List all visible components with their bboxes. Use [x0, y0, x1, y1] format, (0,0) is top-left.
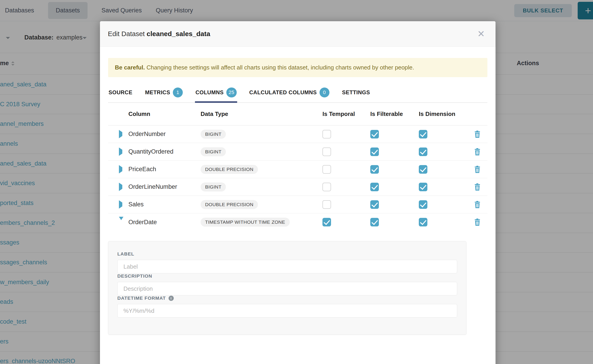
column-row: Sales DOUBLE PRECISION [108, 196, 488, 213]
field-label: DATETIME FORMAT i [117, 295, 457, 301]
screen: Databases Datasets Saved Queries Query H… [0, 0, 593, 364]
modal-title: Edit Dataset cleaned_sales_data [108, 30, 210, 38]
column-header: Is Temporal [323, 110, 370, 117]
column-name: Sales [128, 201, 201, 208]
column-header: Data Type [201, 110, 323, 117]
data-type-pill: BIGINT [201, 130, 226, 139]
column-row: OrderDate TIMESTAMP WITHOUT TIME ZONE [108, 213, 488, 231]
tab-calculated-columns[interactable]: CALCULATED COLUMNS 0 [249, 84, 330, 102]
is-temporal-checkbox[interactable] [323, 200, 331, 209]
tab-count-badge: 25 [226, 87, 237, 98]
is-filterable-checkbox[interactable] [370, 130, 379, 138]
column-row: QuantityOrdered BIGINT [108, 143, 488, 161]
tab-label: METRICS [145, 89, 170, 96]
data-type-pill: BIGINT [201, 147, 226, 156]
column-header: Column [128, 110, 201, 117]
delete-column-icon[interactable] [474, 148, 481, 155]
tab-label: SETTINGS [342, 89, 370, 96]
tab-source[interactable]: SOURCE [108, 84, 133, 102]
edit-dataset-modal: Edit Dataset cleaned_sales_data ✕ Be car… [100, 21, 495, 364]
is-filterable-checkbox[interactable] [370, 165, 379, 174]
description-input[interactable] [117, 282, 457, 295]
column-row: OrderLineNumber BIGINT [108, 178, 488, 196]
is-filterable-checkbox[interactable] [370, 218, 379, 227]
close-icon[interactable]: ✕ [474, 27, 488, 41]
info-icon[interactable]: i [169, 296, 174, 301]
expand-caret-icon[interactable] [119, 183, 122, 191]
tab-count-badge: 1 [173, 87, 183, 98]
delete-column-icon[interactable] [474, 130, 481, 138]
modal-title-prefix: Edit Dataset [108, 30, 145, 38]
is-filterable-checkbox[interactable] [370, 200, 379, 209]
column-header: Is Filterable [370, 110, 419, 117]
is-temporal-checkbox[interactable] [323, 183, 331, 191]
tab-metrics[interactable]: METRICS 1 [145, 84, 184, 102]
column-name: OrderLineNumber [128, 183, 201, 190]
modal-title-dataset-name: cleaned_sales_data [147, 30, 210, 38]
field-label: DESCRIPTION [117, 273, 457, 279]
data-type-pill: TIMESTAMP WITHOUT TIME ZONE [201, 218, 290, 227]
is-filterable-checkbox[interactable] [370, 148, 379, 156]
delete-column-icon[interactable] [474, 219, 481, 226]
is-dimension-checkbox[interactable] [419, 148, 427, 156]
tab-label: COLUMNS [195, 89, 224, 96]
data-type-pill: BIGINT [201, 182, 226, 191]
column-header: Is Dimension [419, 110, 467, 117]
expand-caret-icon[interactable] [119, 217, 123, 224]
tab-settings[interactable]: SETTINGS [342, 84, 370, 102]
delete-column-icon[interactable] [474, 201, 481, 208]
is-temporal-checkbox[interactable] [323, 130, 331, 138]
data-type-pill: DOUBLE PRECISION [201, 200, 258, 209]
warning-bold: Be careful. [115, 64, 145, 71]
is-dimension-checkbox[interactable] [419, 218, 427, 227]
form-field: DESCRIPTION [117, 273, 457, 295]
expand-caret-icon[interactable] [119, 148, 122, 156]
modal-tabs: SOURCE METRICS 1 COLUMNS 25 CALCULATED C… [108, 83, 488, 103]
field-label: LABEL [117, 251, 457, 257]
column-settings-panel: LABEL DESCRIPTION DATETIME FORMAT i [108, 241, 466, 335]
datetime-format-input[interactable] [117, 304, 457, 318]
column-name: OrderDate [128, 219, 201, 226]
is-temporal-checkbox[interactable] [323, 165, 331, 174]
columns-table-body: OrderNumber BIGINT QuantityOrdered BIGIN… [108, 125, 488, 231]
is-temporal-checkbox[interactable] [323, 148, 331, 156]
column-row: PriceEach DOUBLE PRECISION [108, 161, 488, 178]
form-field: DATETIME FORMAT i [117, 295, 457, 318]
tab-count-badge: 0 [320, 87, 329, 98]
warning-banner: Be careful. Changing these settings will… [108, 58, 488, 77]
expand-caret-icon[interactable] [119, 200, 122, 209]
warning-text: Changing these settings will affect all … [145, 64, 414, 71]
data-type-pill: DOUBLE PRECISION [201, 165, 258, 174]
is-dimension-checkbox[interactable] [419, 165, 427, 174]
tab-columns[interactable]: COLUMNS 25 [195, 84, 237, 102]
is-dimension-checkbox[interactable] [419, 200, 427, 209]
tab-label: CALCULATED COLUMNS [249, 89, 317, 96]
column-name: PriceEach [128, 166, 201, 173]
column-row: OrderNumber BIGINT [108, 125, 488, 143]
columns-table-header: ColumnData Type Is TemporalIs Filterable… [108, 103, 488, 125]
is-filterable-checkbox[interactable] [370, 183, 379, 191]
expand-caret-icon[interactable] [119, 165, 122, 173]
delete-column-icon[interactable] [474, 166, 481, 173]
label-input[interactable] [117, 260, 457, 273]
form-field: LABEL [117, 251, 457, 273]
is-dimension-checkbox[interactable] [419, 130, 427, 138]
column-name: QuantityOrdered [128, 148, 201, 155]
modal-body: Be careful. Changing these settings will… [100, 47, 495, 335]
is-dimension-checkbox[interactable] [419, 183, 427, 191]
modal-header: Edit Dataset cleaned_sales_data ✕ [100, 21, 495, 47]
tab-label: SOURCE [109, 89, 132, 96]
delete-column-icon[interactable] [474, 183, 481, 191]
is-temporal-checkbox[interactable] [323, 218, 331, 227]
expand-caret-icon[interactable] [119, 130, 122, 138]
column-name: OrderNumber [128, 130, 201, 137]
